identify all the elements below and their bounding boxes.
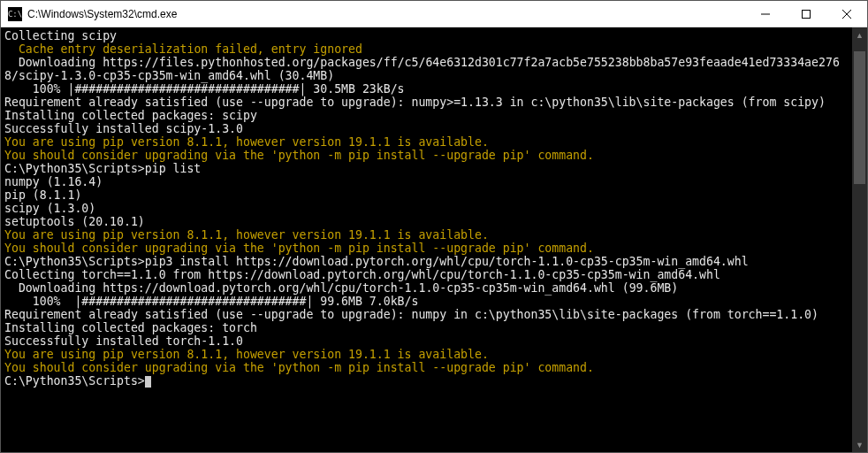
terminal-line: 100% |################################| … bbox=[4, 82, 849, 96]
cursor bbox=[145, 376, 151, 388]
scroll-thumb[interactable] bbox=[854, 51, 865, 184]
terminal-line: numpy (1.16.4) bbox=[4, 175, 849, 188]
svg-rect-1 bbox=[803, 10, 811, 18]
minimize-button[interactable] bbox=[745, 1, 786, 27]
titlebar[interactable]: C:\ C:\Windows\System32\cmd.exe bbox=[1, 1, 867, 27]
terminal-line: C:\Python35\Scripts>pip list bbox=[4, 162, 849, 175]
terminal-line: Downloading https://download.pytorch.org… bbox=[4, 281, 849, 295]
terminal-line: setuptools (20.10.1) bbox=[4, 215, 849, 228]
terminal-line: Installing collected packages: torch bbox=[4, 321, 849, 334]
window-title: C:\Windows\System32\cmd.exe bbox=[27, 8, 745, 20]
terminal-line: You should consider upgrading via the 'p… bbox=[4, 149, 849, 162]
terminal-line: pip (8.1.1) bbox=[4, 188, 849, 202]
terminal-line: You should consider upgrading via the 'p… bbox=[4, 361, 849, 374]
terminal-line: Collecting torch==1.1.0 from https://dow… bbox=[4, 268, 849, 281]
terminal-line: C:\Python35\Scripts>pip3 install https:/… bbox=[4, 255, 849, 268]
terminal-line: Successfully installed torch-1.1.0 bbox=[4, 334, 849, 348]
terminal-line: Installing collected packages: scipy bbox=[4, 109, 849, 122]
close-button[interactable] bbox=[826, 1, 867, 27]
terminal-output[interactable]: Collecting scipy Cache entry deserializa… bbox=[1, 27, 852, 452]
prompt-line[interactable]: C:\Python35\Scripts> bbox=[4, 374, 849, 388]
terminal-area: Collecting scipy Cache entry deserializa… bbox=[1, 27, 867, 452]
scroll-up-icon[interactable]: ▲ bbox=[852, 27, 867, 42]
scrollbar[interactable]: ▲ ▼ bbox=[852, 27, 867, 452]
terminal-line: Downloading https://files.pythonhosted.o… bbox=[4, 56, 849, 82]
terminal-line: Collecting scipy bbox=[4, 29, 849, 42]
terminal-line: You should consider upgrading via the 'p… bbox=[4, 242, 849, 255]
terminal-line: Cache entry deserialization failed, entr… bbox=[4, 42, 849, 56]
cmd-icon: C:\ bbox=[8, 7, 22, 21]
scroll-down-icon[interactable]: ▼ bbox=[852, 437, 867, 452]
terminal-line: You are using pip version 8.1.1, however… bbox=[4, 228, 849, 242]
prompt-text: C:\Python35\Scripts> bbox=[4, 374, 145, 388]
maximize-button[interactable] bbox=[786, 1, 826, 27]
terminal-line: scipy (1.3.0) bbox=[4, 202, 849, 215]
terminal-line: Requirement already satisfied (use --upg… bbox=[4, 96, 849, 109]
window-controls bbox=[745, 1, 867, 27]
terminal-line: Successfully installed scipy-1.3.0 bbox=[4, 122, 849, 135]
terminal-line: 100% |################################| … bbox=[4, 295, 849, 308]
terminal-line: You are using pip version 8.1.1, however… bbox=[4, 135, 849, 149]
scroll-track[interactable] bbox=[852, 42, 867, 437]
terminal-line: Requirement already satisfied (use --upg… bbox=[4, 308, 849, 321]
terminal-line: You are using pip version 8.1.1, however… bbox=[4, 348, 849, 361]
